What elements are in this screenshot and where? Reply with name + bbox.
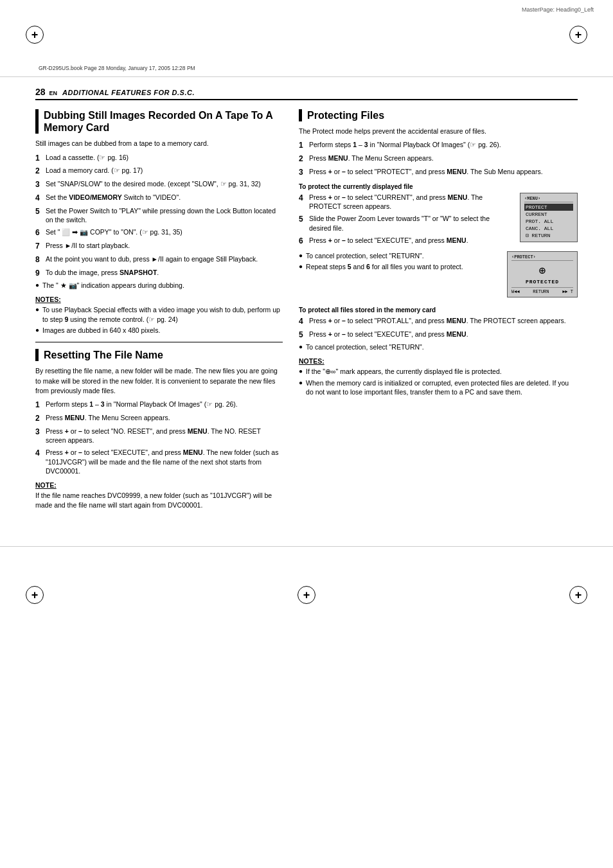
file-info: GR-D295US.book Page 28 Monday, January 1… [39, 65, 195, 71]
reg-mark-bottom-left [26, 586, 44, 604]
page-content: 28 EN ADDITIONAL FEATURES FOR D.S.C. Dub… [0, 77, 613, 533]
reset-step-1: 1 Perform steps 1 – 3 in "Normal Playbac… [35, 400, 283, 411]
notes-heading-dubbing: NOTES: [35, 296, 283, 303]
note-item-1: ● To use Playback Special effects with a… [35, 305, 283, 324]
page-section-title: ADDITIONAL FEATURES FOR D.S.C. [62, 89, 195, 96]
protecting-intro: The Protect mode helps prevent the accid… [299, 127, 578, 136]
step-8: 8 At the point you want to dub, press ►/… [35, 254, 283, 265]
protect-screen-section: ● To cancel protection, select "RETURN".… [299, 251, 578, 301]
reset-step-2: 2 Press MENU. The Menu Screen appears. [35, 413, 283, 424]
reg-mark-top-right [569, 26, 587, 44]
dub-note-bullet: ● The " ★ 📷" indication appears during d… [35, 281, 283, 290]
sub-label-current: To protect the currently displayed file [299, 183, 578, 190]
step-3: 3 Set "SNAP/SLOW" to the desired mode. (… [35, 179, 283, 190]
step-9: 9 To dub the image, press SNAPSHOT. [35, 268, 283, 279]
note-item-2: ● Images are dubbed in 640 x 480 pixels. [35, 326, 283, 335]
reset-step-4: 4 Press + or – to select "EXECUTE", and … [35, 448, 283, 476]
protect-current-section: ‹MENU› PROTECT CURRENT PROT. ALL CANC. A… [299, 193, 578, 251]
protecting-heading: Protecting Files [299, 109, 578, 121]
current-bullet-1: ● To cancel protection, select "RETURN". [299, 251, 501, 261]
page-top: MasterPage: Heading0_Left GR-D295US.book… [0, 0, 613, 77]
note-heading-reset: NOTE: [35, 481, 283, 489]
dubbing-intro: Still images can be dubbed from a tape t… [35, 139, 283, 148]
menu-screen-1: ‹MENU› PROTECT CURRENT PROT. ALL CANC. A… [520, 193, 578, 242]
dubbing-heading: Dubbing Still Images Recorded On A Tape … [35, 109, 283, 134]
all-step-5: 5 Press + or – to select "EXECUTE", and … [299, 330, 578, 341]
step-1: 1 Load a cassette. (☞ pg. 16) [35, 153, 283, 164]
step-2: 2 Load a memory card. (☞ pg. 17) [35, 166, 283, 177]
protect-step-1: 1 Perform steps 1 – 3 in "Normal Playbac… [299, 140, 578, 151]
reset-step-3: 3 Press + or – to select "NO. RESET", an… [35, 427, 283, 445]
protect-step-2: 2 Press MENU. The Menu Screen appears. [299, 154, 578, 164]
protect-step-3: 3 Press + or – to select "PROTECT", and … [299, 167, 578, 178]
step-7: 7 Press ►/II to start playback. [35, 241, 283, 252]
reg-mark-bottom-center [298, 586, 315, 604]
protect-note-2: ● When the memory card is initialized or… [299, 378, 578, 397]
step-5: 5 Set the Power Switch to "PLAY" while p… [35, 206, 283, 225]
reg-mark-top-left [26, 26, 44, 44]
protect-note-1: ● If the "⊕∞" mark appears, the currentl… [299, 367, 578, 376]
left-column: Dubbing Still Images Recorded On A Tape … [35, 109, 283, 514]
step-6: 6 Set " ⬜ ➡ 📷 COPY" to "ON". (☞ pg. 31, … [35, 227, 283, 238]
current-bullet-2: ● Repeat steps 5 and 6 for all files you… [299, 262, 501, 272]
page-lang: EN [49, 90, 58, 96]
page-number: 28 [35, 87, 46, 97]
divider [35, 342, 283, 342]
protect-screen-graphic: ‹PROTECT› ⊕ PROTECTED W◄◄ RETURN ►► T [507, 251, 578, 301]
menu-graphic-protect: ‹MENU› PROTECT CURRENT PROT. ALL CANC. A… [520, 193, 578, 246]
page-bottom [0, 546, 613, 623]
two-column-layout: Dubbing Still Images Recorded On A Tape … [35, 109, 578, 514]
all-step-4: 4 Press + or – to select "PROT.ALL", and… [299, 316, 578, 327]
protect-step-6: 6 Press + or – to select "EXECUTE", and … [299, 236, 513, 247]
all-bullet-1: ● To cancel protection, select "RETURN". [299, 342, 578, 352]
right-column: Protecting Files The Protect mode helps … [299, 109, 578, 514]
protect-step-5: 5 Slide the Power Zoom Lever towards "T"… [299, 214, 513, 233]
resetting-heading: Resetting The File Name [35, 349, 283, 361]
reg-mark-bottom-right [569, 586, 587, 604]
note-text-reset: If the file name reaches DVC09999, a new… [35, 491, 283, 510]
notes-heading-protect: NOTES: [299, 357, 578, 365]
page-header: 28 EN ADDITIONAL FEATURES FOR D.S.C. [35, 87, 578, 100]
resetting-intro: By resetting the file name, a new folder… [35, 366, 283, 396]
master-page-label: MasterPage: Heading0_Left [522, 6, 594, 13]
step-4: 4 Set the VIDEO/MEMORY Switch to "VIDEO"… [35, 193, 283, 204]
protect-step-4: 4 Press + or – to select "CURRENT", and … [299, 193, 513, 211]
sub-label-all: To protect all files stored in the memor… [299, 306, 578, 314]
